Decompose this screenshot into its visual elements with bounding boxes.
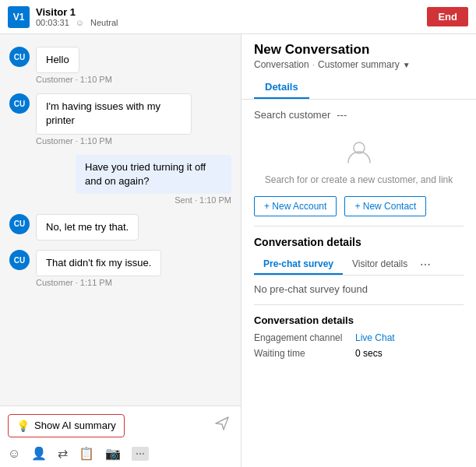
message-row: CU Hello Customer · 1:10 PM [9, 47, 231, 84]
chat-panel: CU Hello Customer · 1:10 PM CU I'm havin… [0, 34, 242, 467]
chevron-down-icon[interactable]: ▼ [403, 61, 411, 69]
breadcrumb-separator: · [312, 59, 315, 70]
conv-tab-more-icon[interactable]: ⋯ [417, 255, 434, 275]
message-row: CU That didn't fix my issue. Customer · … [9, 250, 231, 287]
conversation-tabs: Pre-chat survey Visitor details ⋯ [254, 255, 464, 276]
message-row: CU I'm having issues with my printer Cus… [9, 93, 231, 145]
section-divider [254, 226, 464, 226]
right-content: Search customer --- Search for or create… [242, 100, 476, 373]
message-meta: Sent · 1:10 PM [175, 195, 231, 205]
breadcrumb-customer-summary: Customer summary [318, 59, 400, 70]
engagement-channel-value: Live Chat [355, 332, 395, 343]
note-icon[interactable]: 📋 [79, 446, 94, 461]
search-customer-label: Search customer [254, 109, 330, 121]
screen-icon[interactable]: 📷 [105, 446, 121, 461]
smiley-icon[interactable]: ☺ [8, 447, 20, 461]
bulb-icon: 💡 [16, 420, 30, 432]
message-bubble: I'm having issues with my printer [36, 93, 192, 134]
chat-input-area: 💡 Show AI summary ☺ 👤 ⇄ 📋 📷 ⋯ [0, 406, 241, 467]
chat-toolbar: ☺ 👤 ⇄ 📋 📷 ⋯ [8, 443, 233, 461]
person-placeholder-icon [345, 138, 373, 171]
end-button[interactable]: End [427, 7, 468, 26]
new-contact-button[interactable]: + New Contact [344, 196, 426, 216]
message-bubble-wrap: CU Hello [9, 47, 79, 73]
search-hint-text: Search for or create a new customer, and… [265, 174, 453, 185]
transfer-icon[interactable]: ⇄ [58, 446, 68, 461]
message-bubble-wrap: CU I'm having issues with my printer [9, 93, 192, 134]
message-meta: Customer · 1:10 PM [36, 136, 112, 146]
waiting-time-value: 0 secs [355, 348, 383, 359]
visitor-avatar: V1 [8, 6, 30, 28]
waiting-time-label: Waiting time [254, 348, 355, 359]
engagement-channel-label: Engagement channel [254, 332, 355, 343]
tab-pre-chat[interactable]: Pre-chat survey [254, 255, 343, 275]
visitor-name: Visitor 1 [36, 6, 427, 18]
customer-avatar: CU [9, 47, 30, 67]
chat-messages: CU Hello Customer · 1:10 PM CU I'm havin… [0, 34, 241, 406]
right-title: New Conversation [254, 42, 464, 58]
ai-summary-label: Show AI summary [34, 420, 116, 431]
breadcrumb: Conversation · Customer summary ▼ [254, 59, 464, 70]
sentiment-label: Neutral [90, 18, 118, 27]
no-survey-text: No pre-chat survey found [254, 283, 464, 295]
main-layout: CU Hello Customer · 1:10 PM CU I'm havin… [0, 34, 476, 467]
new-account-button[interactable]: + New Account [254, 196, 337, 216]
ai-summary-row: 💡 Show AI summary [8, 413, 233, 438]
engagement-channel-row: Engagement channel Live Chat [254, 332, 464, 343]
right-tabs: Details [254, 76, 464, 99]
sentiment-icon: ☺ [76, 18, 84, 27]
send-button[interactable] [211, 413, 233, 438]
search-customer-row: Search customer --- [254, 109, 464, 121]
message-bubble-wrap: Have you tried turning it off and on aga… [76, 155, 231, 194]
conv-details-title: Conversation details [254, 236, 464, 248]
message-row: CU No, let me try that. [9, 214, 231, 241]
search-person-area: Search for or create a new customer, and… [254, 130, 464, 193]
new-btn-row: + New Account + New Contact [254, 196, 464, 216]
section-divider-2 [254, 304, 464, 305]
message-bubble: Have you tried turning it off and on aga… [76, 155, 231, 194]
customer-avatar: CU [9, 250, 30, 270]
message-meta: Customer · 1:10 PM [36, 75, 112, 84]
right-panel: New Conversation Conversation · Customer… [242, 34, 476, 467]
message-bubble-wrap: CU No, let me try that. [9, 214, 139, 241]
message-bubble: Hello [36, 47, 79, 73]
message-bubble-wrap: CU That didn't fix my issue. [9, 250, 161, 276]
tab-visitor-details[interactable]: Visitor details [343, 255, 417, 275]
more-toolbar-icon[interactable]: ⋯ [132, 447, 149, 461]
waiting-time-row: Waiting time 0 secs [254, 348, 464, 359]
visitor-meta: 00:03:31 ☺ Neutral [36, 18, 427, 27]
message-meta: Customer · 1:11 PM [36, 278, 112, 287]
breadcrumb-conversation: Conversation [254, 59, 309, 70]
message-bubble: That didn't fix my issue. [36, 250, 161, 276]
tab-details[interactable]: Details [254, 76, 309, 99]
customer-avatar: CU [9, 93, 30, 114]
search-customer-dashes: --- [337, 109, 347, 121]
message-row: Have you tried turning it off and on aga… [9, 155, 231, 205]
visitor-info: Visitor 1 00:03:31 ☺ Neutral [36, 6, 427, 27]
top-header: V1 Visitor 1 00:03:31 ☺ Neutral End [0, 0, 476, 34]
conv-detail-section-title: Conversation details [254, 314, 464, 326]
message-bubble: No, let me try that. [36, 214, 139, 241]
customer-avatar: CU [9, 214, 30, 234]
ai-summary-button[interactable]: 💡 Show AI summary [8, 414, 125, 437]
person-icon[interactable]: 👤 [31, 446, 47, 461]
right-header: New Conversation Conversation · Customer… [242, 34, 476, 100]
call-duration: 00:03:31 [36, 18, 69, 27]
